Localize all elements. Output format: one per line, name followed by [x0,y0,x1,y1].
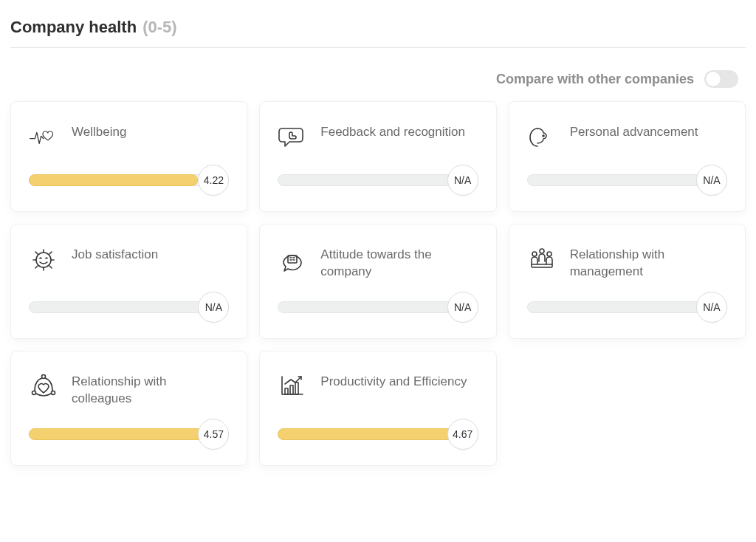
meter-value-badge: N/A [696,165,727,196]
meter-value-badge: 4.57 [198,419,229,450]
card-feedback[interactable]: Feedback and recognition N/A [259,101,496,212]
page: Company health (0-5) Compare with other … [0,0,756,476]
card-title: Productivity and Efficiency [320,372,467,391]
svg-rect-12 [295,383,298,394]
meter-value-badge: 4.67 [447,419,478,450]
colleagues-icon [29,372,58,402]
meter: N/A [29,294,229,320]
svg-rect-11 [290,385,293,394]
meter-value-badge: N/A [447,292,478,323]
meter: N/A [278,167,478,193]
card-title: Relationship with management [570,245,727,281]
card-grid: Wellbeing 4.22 Feedback and recognition [10,101,746,466]
svg-rect-6 [532,264,552,267]
page-header: Company health (0-5) [10,18,746,48]
meter: 4.67 [278,421,478,447]
card-top: Job satisfaction [29,245,229,275]
meter-value-badge: N/A [447,165,478,196]
toggle-knob [706,72,721,86]
svg-rect-10 [285,388,288,394]
advancement-icon [527,123,557,152]
meter-value-badge: N/A [198,292,229,323]
svg-point-5 [540,249,544,253]
card-attitude[interactable]: Attitude towards the company N/A [259,224,496,339]
svg-rect-2 [288,255,297,263]
card-satisfaction[interactable]: Job satisfaction N/A [10,224,247,339]
svg-point-4 [547,252,551,256]
card-top: Productivity and Efficiency [278,372,478,402]
attitude-icon [278,245,307,275]
card-wellbeing[interactable]: Wellbeing 4.22 [10,101,247,212]
satisfaction-icon [29,245,58,275]
svg-point-8 [32,391,36,394]
page-title: Company health [10,18,137,37]
card-top: Feedback and recognition [278,123,478,152]
card-title: Relationship with colleagues [72,372,229,408]
card-top: Wellbeing [29,123,229,152]
meter-value-badge: 4.22 [198,165,229,196]
meter: N/A [527,167,727,193]
card-top: Personal advancement [527,123,727,152]
svg-point-1 [36,253,51,267]
meter: 4.57 [29,421,229,447]
meter-value-badge: N/A [696,292,727,323]
card-title: Wellbeing [72,123,126,141]
card-top: Attitude towards the company [278,245,478,281]
page-range: (0-5) [142,18,176,37]
meter-fill [278,428,464,440]
management-icon [527,245,557,275]
meter-fill [29,174,198,186]
card-title: Feedback and recognition [320,123,465,141]
wellbeing-icon [29,123,58,152]
feedback-icon [278,123,307,152]
card-title: Personal advancement [570,123,698,141]
card-colleagues[interactable]: Relationship with colleagues 4.57 [10,351,247,466]
card-advancement[interactable]: Personal advancement N/A [509,101,746,212]
meter-fill [29,428,212,440]
svg-point-0 [543,135,544,137]
svg-point-9 [52,391,55,394]
productivity-icon [278,372,307,402]
compare-row: Compare with other companies [18,70,738,88]
card-top: Relationship with management [527,245,727,281]
card-top: Relationship with colleagues [29,372,229,408]
card-management[interactable]: Relationship with management N/A [509,224,746,339]
meter: N/A [527,294,727,320]
compare-label: Compare with other companies [496,72,694,87]
svg-point-3 [532,252,537,256]
meter: N/A [278,294,478,320]
card-productivity[interactable]: Productivity and Efficiency 4.67 [259,351,496,466]
card-title: Attitude towards the company [320,245,478,281]
compare-toggle[interactable] [704,70,738,88]
card-title: Job satisfaction [72,245,158,264]
meter: 4.22 [29,167,229,193]
